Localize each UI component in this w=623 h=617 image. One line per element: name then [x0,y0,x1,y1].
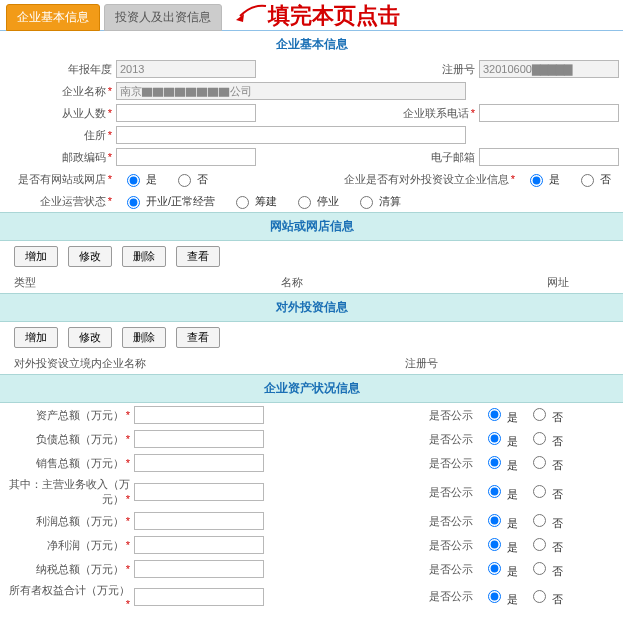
annotation-arrow-icon [234,2,268,26]
asset-input-1[interactable] [134,430,264,448]
website-add-button[interactable]: 增加 [14,246,58,267]
zip-input[interactable] [116,148,256,166]
outbound-table-header: 对外投资设立境内企业名称 注册号 [0,353,623,374]
outbound-add-button[interactable]: 增加 [14,327,58,348]
asset-input-2[interactable] [134,454,264,472]
asset-publish-label: 是否公示 [409,432,473,447]
asset-label: 利润总额（万元） [36,515,124,527]
asset-publish-yes[interactable]: 是 [483,429,518,449]
asset-publish-label: 是否公示 [409,408,473,423]
label-op-status: 企业运营状态 [40,195,106,207]
asset-input-3[interactable] [134,483,264,501]
outbound-view-button[interactable]: 查看 [176,327,220,348]
op-status-stop[interactable]: 停业 [293,193,339,209]
tab-investor-info[interactable]: 投资人及出资信息 [104,4,222,31]
outbound-edit-button[interactable]: 修改 [68,327,112,348]
asset-publish-label: 是否公示 [409,538,473,553]
has-site-no[interactable]: 否 [173,171,208,187]
website-edit-button[interactable]: 修改 [68,246,112,267]
asset-publish-no[interactable]: 否 [528,559,563,579]
asset-row: 所有者权益合计（万元）*是否公示 是 否 [0,581,623,612]
asset-publish-yes[interactable]: 是 [483,587,518,607]
section-header-outbound: 对外投资信息 [0,293,623,322]
section-header-website: 网站或网店信息 [0,212,623,241]
asset-publish-label: 是否公示 [409,589,473,604]
asset-publish-no[interactable]: 否 [528,405,563,425]
asset-publish-no[interactable]: 否 [528,587,563,607]
label-has-outinvest: 企业是否有对外投资设立企业信息 [344,173,509,185]
asset-label: 纳税总额（万元） [36,563,124,575]
asset-label: 销售总额（万元） [36,457,124,469]
asset-row: 净利润（万元）*是否公示 是 否 [0,533,623,557]
asset-publish-yes[interactable]: 是 [483,559,518,579]
label-employees: 从业人数 [62,107,106,119]
label-year: 年报年度 [68,63,112,75]
asset-row: 利润总额（万元）*是否公示 是 否 [0,509,623,533]
asset-input-4[interactable] [134,512,264,530]
asset-publish-label: 是否公示 [409,485,473,500]
asset-publish-label: 是否公示 [409,456,473,471]
asset-label: 资产总额（万元） [36,409,124,421]
asset-publish-yes[interactable]: 是 [483,453,518,473]
employees-input[interactable] [116,104,256,122]
label-contact-phone: 企业联系电话 [403,107,469,119]
asset-label: 负债总额（万元） [36,433,124,445]
address-input[interactable] [116,126,466,144]
asset-label: 其中：主营业务收入（万元） [9,478,130,505]
asset-publish-no[interactable]: 否 [528,482,563,502]
tab-basic-info[interactable]: 企业基本信息 [6,4,100,31]
op-status-clear[interactable]: 清算 [355,193,401,209]
contact-phone-input[interactable] [479,104,619,122]
asset-label: 所有者权益合计（万元） [9,584,130,596]
asset-publish-yes[interactable]: 是 [483,511,518,531]
label-email: 电子邮箱 [431,151,475,163]
has-outinvest-yes[interactable]: 是 [525,171,560,187]
section-header-basic: 企业基本信息 [0,31,623,58]
asset-input-7[interactable] [134,588,264,606]
op-status-prep[interactable]: 筹建 [231,193,277,209]
annotation-text: 填完本页点击 [268,1,400,31]
website-delete-button[interactable]: 删除 [122,246,166,267]
op-status-open[interactable]: 开业/正常经营 [122,193,215,209]
asset-publish-yes[interactable]: 是 [483,482,518,502]
label-zip: 邮政编码 [62,151,106,163]
asset-row: 其中：主营业务收入（万元）*是否公示 是 否 [0,475,623,509]
asset-publish-no[interactable]: 否 [528,429,563,449]
email-input[interactable] [479,148,619,166]
label-address: 住所 [84,129,106,141]
asset-publish-no[interactable]: 否 [528,453,563,473]
asset-row: 负债总额（万元）*是否公示 是 否 [0,427,623,451]
asset-publish-no[interactable]: 否 [528,535,563,555]
asset-row: 资产总额（万元）*是否公示 是 否 [0,403,623,427]
asset-input-6[interactable] [134,560,264,578]
asset-publish-label: 是否公示 [409,514,473,529]
company-name-input [116,82,466,100]
has-site-yes[interactable]: 是 [122,171,157,187]
asset-row: 纳税总额（万元）*是否公示 是 否 [0,557,623,581]
asset-publish-label: 是否公示 [409,562,473,577]
website-table-header: 类型 名称 网址 [0,272,623,293]
section-header-assets: 企业资产状况信息 [0,374,623,403]
asset-publish-no[interactable]: 否 [528,511,563,531]
asset-publish-yes[interactable]: 是 [483,405,518,425]
label-regno: 注册号 [442,63,475,75]
regno-input [479,60,619,78]
asset-row: 销售总额（万元）*是否公示 是 否 [0,451,623,475]
asset-label: 净利润（万元） [47,539,124,551]
website-view-button[interactable]: 查看 [176,246,220,267]
asset-publish-yes[interactable]: 是 [483,535,518,555]
has-outinvest-no[interactable]: 否 [576,171,611,187]
year-input [116,60,256,78]
label-has-site: 是否有网站或网店 [18,173,106,185]
outbound-delete-button[interactable]: 删除 [122,327,166,348]
label-company-name: 企业名称 [62,85,106,97]
asset-input-5[interactable] [134,536,264,554]
asset-input-0[interactable] [134,406,264,424]
